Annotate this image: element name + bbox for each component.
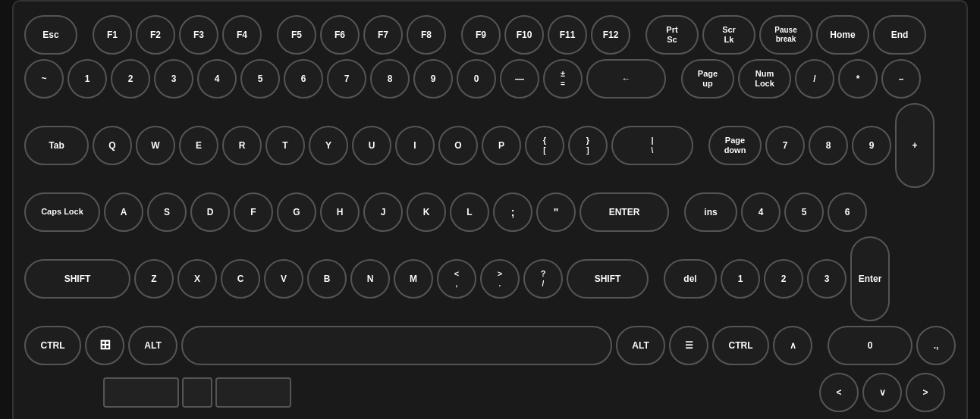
key-j[interactable]: J [363,192,403,232]
key-num4[interactable]: 4 [741,192,781,232]
key-5[interactable]: 5 [240,59,280,98]
key-numlock[interactable]: NumLock [738,59,791,98]
key-home[interactable]: Home [816,15,869,55]
key-num1[interactable]: 1 [721,259,760,299]
key-f[interactable]: F [234,192,273,232]
key-backspace[interactable]: ← [586,59,666,98]
key-pagedown[interactable]: Pagedown [708,126,762,165]
key-e[interactable]: E [179,126,218,165]
key-c[interactable]: C [221,259,260,299]
key-u[interactable]: U [352,126,391,165]
key-g[interactable]: G [277,192,316,232]
key-o[interactable]: O [438,126,478,165]
touchpad-center-btn[interactable] [182,377,212,408]
key-numstar[interactable]: * [838,59,878,98]
key-m[interactable]: M [394,259,433,299]
key-semicolon[interactable]: ; [493,192,532,232]
key-lbracket[interactable]: {[ [525,126,564,165]
key-v[interactable]: V [264,259,303,299]
key-esc[interactable]: Esc [24,15,77,55]
key-ctrl-left[interactable]: CTRL [24,326,81,365]
key-n[interactable]: N [350,259,390,299]
key-r[interactable]: R [222,126,262,165]
key-shift-right[interactable]: SHIFT [567,259,649,299]
key-i[interactable]: I [395,126,435,165]
key-h[interactable]: H [320,192,360,232]
key-f8[interactable]: F8 [407,15,446,55]
key-numenter[interactable]: Enter [850,236,890,321]
key-6[interactable]: 6 [284,59,323,98]
key-num8[interactable]: 8 [809,126,848,165]
key-del[interactable]: del [664,259,717,299]
key-equals[interactable]: ±= [543,59,583,98]
key-k[interactable]: K [407,192,446,232]
key-f6[interactable]: F6 [320,15,360,55]
key-rbracket[interactable]: }] [568,126,608,165]
key-a[interactable]: A [104,192,143,232]
key-alt-left[interactable]: ALT [128,326,177,365]
key-f2[interactable]: F2 [136,15,175,55]
key-ctrl-right[interactable]: CTRL [712,326,769,365]
key-4[interactable]: 4 [197,59,237,98]
key-q[interactable]: Q [93,126,132,165]
key-1[interactable]: 1 [68,59,107,98]
key-prtsc[interactable]: PrtSc [645,15,699,55]
key-arrow-down[interactable]: ∨ [862,373,902,412]
key-menu[interactable]: ☰ [669,326,708,365]
key-enter[interactable]: ENTER [580,192,669,232]
key-arrow-right[interactable]: > [906,373,945,412]
key-end[interactable]: End [873,15,926,55]
key-win[interactable]: ⊞ [85,326,124,365]
key-f3[interactable]: F3 [179,15,218,55]
key-7[interactable]: 7 [327,59,366,98]
key-capslock[interactable]: Caps Lock [24,192,100,232]
key-numdot[interactable]: ., [916,326,956,365]
key-num6[interactable]: 6 [828,192,867,232]
key-minus[interactable]: — [500,59,539,98]
key-2[interactable]: 2 [111,59,150,98]
key-numplus[interactable]: + [895,103,934,188]
key-f9[interactable]: F9 [461,15,501,55]
key-9[interactable]: 9 [413,59,453,98]
key-tilde[interactable]: ~ [24,59,64,98]
key-b[interactable]: B [307,259,347,299]
key-f10[interactable]: F10 [504,15,544,55]
key-pause[interactable]: Pausebreak [759,15,812,55]
key-slash[interactable]: ?/ [523,259,563,299]
key-arrow-left[interactable]: < [819,373,859,412]
key-ins[interactable]: ins [684,192,737,232]
key-space[interactable] [181,326,612,365]
key-comma[interactable]: <, [437,259,476,299]
key-quote[interactable]: " [536,192,576,232]
key-num0[interactable]: 0 [828,326,912,365]
key-f11[interactable]: F11 [548,15,587,55]
key-numslash[interactable]: / [795,59,834,98]
key-pageup[interactable]: Pageup [681,59,734,98]
key-num3[interactable]: 3 [807,259,847,299]
key-arrow-up-ctrl[interactable]: ∧ [773,326,812,365]
key-shift-left[interactable]: SHIFT [24,259,130,299]
key-num7[interactable]: 7 [765,126,805,165]
key-f1[interactable]: F1 [93,15,132,55]
key-8[interactable]: 8 [370,59,410,98]
key-f12[interactable]: F12 [591,15,630,55]
key-3[interactable]: 3 [154,59,193,98]
key-f5[interactable]: F5 [277,15,316,55]
touchpad-right-btn[interactable] [215,377,291,408]
key-f7[interactable]: F7 [363,15,403,55]
key-x[interactable]: X [177,259,217,299]
key-period[interactable]: >. [480,259,520,299]
key-tab[interactable]: Tab [24,126,89,165]
key-t[interactable]: T [265,126,305,165]
key-l[interactable]: L [450,192,489,232]
key-p[interactable]: P [482,126,521,165]
key-s[interactable]: S [147,192,187,232]
touchpad-left-btn[interactable] [103,377,179,408]
key-num9[interactable]: 9 [852,126,891,165]
key-0[interactable]: 0 [457,59,496,98]
key-y[interactable]: Y [309,126,348,165]
key-f4[interactable]: F4 [222,15,262,55]
key-scrlk[interactable]: ScrLk [702,15,755,55]
key-numminus[interactable]: – [881,59,921,98]
key-d[interactable]: D [190,192,230,232]
